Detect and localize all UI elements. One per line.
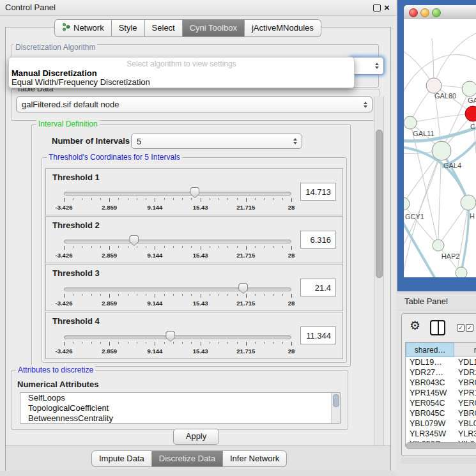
slider-track[interactable]	[64, 288, 291, 291]
attributes-group-label: Attributes to discretize	[16, 365, 95, 374]
table-cell: YDL19…	[406, 357, 456, 367]
cyni-bottom-tabbar: Impute Data Discretize Data Infer Networ…	[91, 450, 287, 467]
table-row[interactable]: YDR27…YDR2	[406, 367, 476, 378]
node-partial-top-right[interactable]	[462, 81, 476, 96]
zoom-traffic-light[interactable]	[432, 8, 441, 17]
table-row[interactable]: YER054CYER0	[406, 398, 476, 408]
table-cell: YER0	[456, 398, 476, 408]
threshold-slider[interactable]: -3.4262.8599.14415.4321.71528	[64, 284, 291, 309]
popup-option-equal-width[interactable]: Equal Width/Frequency Discretization	[12, 77, 150, 87]
column-header-shared-name[interactable]: shared…	[406, 342, 454, 357]
slider-handle[interactable]	[238, 283, 248, 294]
close-traffic-light[interactable]	[409, 8, 418, 17]
threshold-value-field[interactable]: 6.316	[300, 231, 336, 249]
list-item[interactable]: SelfLoops	[20, 393, 340, 403]
table-panel: ⚙ ✓ ✓ shared… na YDL19…YDL1YDR27…YDR2YBR…	[401, 313, 476, 456]
tab-cyni-toolbox[interactable]: Cyni Toolbox	[183, 19, 245, 37]
slider-tick-labels: -3.4262.8599.14415.4321.71528	[64, 252, 291, 259]
list-item[interactable]: BetweennessCentrality	[20, 413, 340, 424]
slider-track[interactable]	[64, 335, 291, 339]
node-table[interactable]: shared… na YDL19…YDL1YDR27…YDR2YBR043CYB…	[405, 342, 476, 447]
node-red-selected[interactable]	[465, 106, 476, 121]
cyni-toolbox-panel: Discretization Algorithm Select algorith…	[5, 27, 391, 472]
column-header-name[interactable]: na	[454, 342, 476, 357]
table-row[interactable]: YPR145WYPR1	[406, 388, 476, 398]
table-body[interactable]: YDL19…YDL1YDR27…YDR2YBR043CYBR0YPR145WYP…	[406, 357, 476, 446]
list-scrollbar[interactable]	[331, 393, 340, 423]
table-cell: YBR0	[456, 408, 476, 418]
threshold-value-field[interactable]: 14.713	[300, 183, 336, 201]
threshold-slider[interactable]: -3.4262.8599.14415.4321.71528	[64, 188, 291, 213]
slider-track[interactable]	[64, 192, 291, 196]
threshold-slider[interactable]: -3.4262.8599.14415.4321.71528	[64, 332, 291, 357]
table-row[interactable]: YBR045CYBR0	[406, 408, 476, 418]
threshold-label: Threshold 2	[52, 220, 100, 230]
stepper-icon	[364, 102, 367, 108]
slider-handle[interactable]	[165, 331, 175, 342]
slider-handle[interactable]	[190, 187, 199, 198]
table-cell: YBR043C	[406, 378, 456, 388]
network-window-titlebar[interactable]	[404, 5, 476, 20]
slider-track[interactable]	[64, 240, 291, 243]
network-icon	[62, 22, 70, 33]
table-data-value: galFiltered.sif default node	[22, 100, 119, 109]
minimize-traffic-light[interactable]	[420, 8, 429, 17]
popup-option-manual[interactable]: Manual Discretization	[12, 68, 97, 78]
table-row[interactable]: YDL19…YDL1	[406, 357, 476, 367]
gear-icon[interactable]: ⚙	[410, 319, 420, 333]
threshold-slider[interactable]: -3.4262.8599.14415.4321.71528	[64, 236, 291, 261]
table-data-combobox[interactable]: galFiltered.sif default node	[16, 96, 372, 112]
node-gal80[interactable]	[426, 78, 441, 93]
checkbox-icon[interactable]: ✓	[457, 324, 464, 332]
number-of-intervals-combobox[interactable]: 5	[131, 134, 302, 149]
algorithm-combobox[interactable]	[349, 57, 384, 75]
tab-discretize-data[interactable]: Discretize Data	[152, 450, 223, 467]
scrollbar-thumb[interactable]	[333, 394, 339, 407]
tab-label: Cyni Toolbox	[190, 23, 237, 33]
tab-impute-data[interactable]: Impute Data	[91, 450, 152, 467]
table-row[interactable]: YLR345WYLR3	[406, 429, 476, 439]
node-gcy1[interactable]	[404, 197, 410, 210]
tab-infer-network[interactable]: Infer Network	[223, 450, 287, 467]
node-gal11[interactable]	[404, 116, 417, 129]
tab-label: Impute Data	[99, 454, 144, 463]
split-columns-icon[interactable]	[430, 320, 445, 335]
node-label: HAP2	[441, 252, 460, 260]
thresholds-group-label: Threshold's Coordinates for 5 Intervals	[47, 153, 182, 162]
slider-ticks	[64, 246, 291, 251]
node-h[interactable]	[461, 195, 476, 210]
float-window-icon[interactable]	[373, 4, 381, 12]
tab-style[interactable]: Style	[112, 19, 145, 37]
panel-scrollbar[interactable]	[374, 96, 384, 445]
scrollbar-thumb[interactable]	[376, 130, 383, 278]
tab-select[interactable]: Select	[145, 19, 183, 37]
slider-tick-labels: -3.4262.8599.14415.4321.71528	[64, 348, 291, 355]
tab-network[interactable]: Network	[54, 19, 112, 37]
slider-tick-labels: -3.4262.8599.14415.4321.71528	[64, 300, 291, 307]
node-hap2[interactable]	[433, 240, 444, 251]
slider-handle[interactable]	[129, 235, 139, 246]
node-gal4[interactable]	[432, 141, 451, 160]
table-panel-title: Table Panel	[404, 296, 448, 306]
threshold-value-field[interactable]: 11.344	[300, 326, 336, 344]
attributes-list[interactable]: SelfLoopsTopologicalCoefficientBetweenne…	[20, 392, 341, 424]
threshold-value-field[interactable]: 21.4	[300, 279, 336, 296]
table-row[interactable]: YBR043CYBR0	[406, 378, 476, 388]
apply-button[interactable]: Apply	[173, 429, 219, 445]
checkbox-icon[interactable]: ✓	[466, 324, 473, 332]
slider-ticks	[64, 294, 291, 299]
list-item[interactable]: TopologicalCoefficient	[20, 403, 340, 413]
close-icon[interactable]: ×	[384, 1, 390, 15]
threshold-box: Threshold 2 -3.4262.8599.14415.4321.7152…	[45, 216, 343, 263]
table-cell: YDR27…	[406, 367, 456, 378]
screen: { "control_panel": { "title": "Control P…	[0, 0, 476, 476]
tab-jactivemnodules[interactable]: jActiveMNodules	[245, 19, 321, 37]
algorithm-dropdown-popup: Select algorithm to view settings Manual…	[8, 57, 355, 88]
node-partial-bottom[interactable]	[456, 267, 467, 277]
horizontal-scrollbar[interactable]	[406, 442, 476, 449]
stepper-icon	[375, 63, 379, 69]
threshold-label: Threshold 4	[52, 316, 100, 326]
network-canvas[interactable]: GAL80 GA C GAL11 GAL4 GCY1 H HAP2	[404, 19, 476, 277]
table-row[interactable]: YBL079WYBL0	[406, 418, 476, 429]
interval-definition-label: Interval Definition	[36, 119, 100, 128]
